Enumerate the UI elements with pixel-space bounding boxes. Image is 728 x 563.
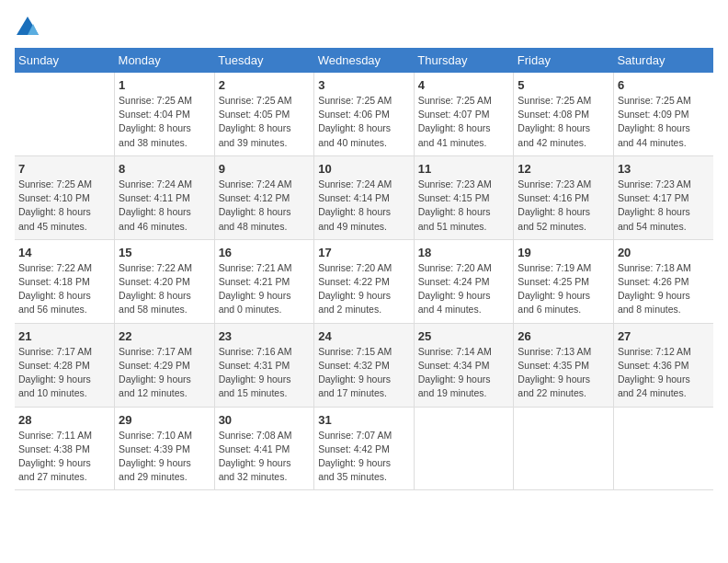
day-info: Sunrise: 7:21 AMSunset: 4:21 PMDaylight:… <box>219 261 311 317</box>
calendar-cell: 19Sunrise: 7:19 AMSunset: 4:25 PMDayligh… <box>514 239 614 323</box>
day-info: Sunrise: 7:20 AMSunset: 4:24 PMDaylight:… <box>418 261 510 317</box>
day-info: Sunrise: 7:13 AMSunset: 4:35 PMDaylight:… <box>518 345 609 401</box>
day-number: 4 <box>418 78 510 92</box>
calendar-week-2: 7Sunrise: 7:25 AMSunset: 4:10 PMDaylight… <box>15 155 713 239</box>
weekday-header-tuesday: Tuesday <box>214 48 314 73</box>
day-number: 18 <box>418 246 510 259</box>
day-number: 5 <box>518 78 609 92</box>
day-info: Sunrise: 7:11 AMSunset: 4:38 PMDaylight:… <box>18 429 110 485</box>
day-number: 30 <box>219 413 311 427</box>
day-info: Sunrise: 7:14 AMSunset: 4:34 PMDaylight:… <box>418 345 510 401</box>
day-info: Sunrise: 7:25 AMSunset: 4:06 PMDaylight:… <box>318 94 410 150</box>
day-number: 12 <box>518 162 609 176</box>
day-number: 17 <box>318 246 410 259</box>
weekday-header-monday: Monday <box>115 48 215 73</box>
day-number: 13 <box>618 162 710 176</box>
day-number: 23 <box>219 329 311 343</box>
day-info: Sunrise: 7:12 AMSunset: 4:36 PMDaylight:… <box>618 345 710 401</box>
day-info: Sunrise: 7:25 AMSunset: 4:09 PMDaylight:… <box>618 94 710 150</box>
calendar-cell: 16Sunrise: 7:21 AMSunset: 4:21 PMDayligh… <box>214 239 314 323</box>
calendar-table: SundayMondayTuesdayWednesdayThursdayFrid… <box>15 48 713 490</box>
calendar-cell: 31Sunrise: 7:07 AMSunset: 4:42 PMDayligh… <box>314 407 415 490</box>
calendar-cell: 14Sunrise: 7:22 AMSunset: 4:18 PMDayligh… <box>15 239 115 323</box>
day-number: 10 <box>318 162 410 176</box>
calendar-cell <box>414 407 514 490</box>
day-info: Sunrise: 7:24 AMSunset: 4:12 PMDaylight:… <box>219 178 311 234</box>
calendar-cell: 24Sunrise: 7:15 AMSunset: 4:32 PMDayligh… <box>314 323 415 407</box>
day-number: 16 <box>219 246 311 259</box>
day-info: Sunrise: 7:25 AMSunset: 4:05 PMDaylight:… <box>219 94 311 150</box>
weekday-header-saturday: Saturday <box>613 48 713 73</box>
calendar-cell: 10Sunrise: 7:24 AMSunset: 4:14 PMDayligh… <box>314 155 415 239</box>
day-number: 22 <box>119 329 210 343</box>
day-info: Sunrise: 7:23 AMSunset: 4:16 PMDaylight:… <box>518 178 609 234</box>
day-info: Sunrise: 7:08 AMSunset: 4:41 PMDaylight:… <box>219 429 311 485</box>
logo-icon <box>15 15 40 40</box>
calendar-cell: 25Sunrise: 7:14 AMSunset: 4:34 PMDayligh… <box>414 323 514 407</box>
calendar-cell: 18Sunrise: 7:20 AMSunset: 4:24 PMDayligh… <box>414 239 514 323</box>
day-number: 29 <box>119 413 210 427</box>
day-info: Sunrise: 7:23 AMSunset: 4:17 PMDaylight:… <box>618 178 710 234</box>
day-info: Sunrise: 7:17 AMSunset: 4:29 PMDaylight:… <box>119 345 210 401</box>
day-number: 6 <box>618 78 710 92</box>
day-info: Sunrise: 7:19 AMSunset: 4:25 PMDaylight:… <box>518 261 609 317</box>
day-number: 21 <box>18 329 110 343</box>
day-number: 1 <box>119 78 210 92</box>
calendar-cell: 23Sunrise: 7:16 AMSunset: 4:31 PMDayligh… <box>214 323 314 407</box>
day-number: 14 <box>18 246 110 259</box>
calendar-cell: 7Sunrise: 7:25 AMSunset: 4:10 PMDaylight… <box>15 155 115 239</box>
calendar-cell: 9Sunrise: 7:24 AMSunset: 4:12 PMDaylight… <box>214 155 314 239</box>
day-number: 26 <box>518 329 609 343</box>
day-number: 25 <box>418 329 510 343</box>
day-info: Sunrise: 7:25 AMSunset: 4:07 PMDaylight:… <box>418 94 510 150</box>
weekday-header-sunday: Sunday <box>15 48 115 73</box>
day-number: 31 <box>318 413 410 427</box>
calendar-cell: 29Sunrise: 7:10 AMSunset: 4:39 PMDayligh… <box>115 407 215 490</box>
calendar-cell: 5Sunrise: 7:25 AMSunset: 4:08 PMDaylight… <box>514 73 614 155</box>
page-header <box>15 15 713 40</box>
weekday-header-wednesday: Wednesday <box>314 48 415 73</box>
day-info: Sunrise: 7:25 AMSunset: 4:10 PMDaylight:… <box>18 178 110 234</box>
day-number: 7 <box>18 162 110 176</box>
calendar-cell: 2Sunrise: 7:25 AMSunset: 4:05 PMDaylight… <box>214 73 314 155</box>
calendar-cell: 21Sunrise: 7:17 AMSunset: 4:28 PMDayligh… <box>15 323 115 407</box>
day-info: Sunrise: 7:24 AMSunset: 4:11 PMDaylight:… <box>119 178 210 234</box>
day-info: Sunrise: 7:24 AMSunset: 4:14 PMDaylight:… <box>318 178 410 234</box>
calendar-cell: 20Sunrise: 7:18 AMSunset: 4:26 PMDayligh… <box>613 239 713 323</box>
day-number: 15 <box>119 246 210 259</box>
weekday-header-thursday: Thursday <box>414 48 514 73</box>
day-number: 2 <box>219 78 311 92</box>
day-number: 28 <box>18 413 110 427</box>
calendar-week-1: 1Sunrise: 7:25 AMSunset: 4:04 PMDaylight… <box>15 73 713 155</box>
day-number: 24 <box>318 329 410 343</box>
weekday-header-row: SundayMondayTuesdayWednesdayThursdayFrid… <box>15 48 713 73</box>
day-info: Sunrise: 7:10 AMSunset: 4:39 PMDaylight:… <box>119 429 210 485</box>
calendar-cell: 22Sunrise: 7:17 AMSunset: 4:29 PMDayligh… <box>115 323 215 407</box>
day-info: Sunrise: 7:25 AMSunset: 4:04 PMDaylight:… <box>119 94 210 150</box>
calendar-cell: 13Sunrise: 7:23 AMSunset: 4:17 PMDayligh… <box>613 155 713 239</box>
calendar-cell <box>613 407 713 490</box>
day-number: 3 <box>318 78 410 92</box>
day-info: Sunrise: 7:20 AMSunset: 4:22 PMDaylight:… <box>318 261 410 317</box>
calendar-cell: 1Sunrise: 7:25 AMSunset: 4:04 PMDaylight… <box>115 73 215 155</box>
calendar-cell: 4Sunrise: 7:25 AMSunset: 4:07 PMDaylight… <box>414 73 514 155</box>
day-info: Sunrise: 7:07 AMSunset: 4:42 PMDaylight:… <box>318 429 410 485</box>
calendar-cell: 12Sunrise: 7:23 AMSunset: 4:16 PMDayligh… <box>514 155 614 239</box>
calendar-cell: 11Sunrise: 7:23 AMSunset: 4:15 PMDayligh… <box>414 155 514 239</box>
calendar-cell: 6Sunrise: 7:25 AMSunset: 4:09 PMDaylight… <box>613 73 713 155</box>
calendar-cell: 30Sunrise: 7:08 AMSunset: 4:41 PMDayligh… <box>214 407 314 490</box>
logo <box>15 15 44 40</box>
day-info: Sunrise: 7:22 AMSunset: 4:20 PMDaylight:… <box>119 261 210 317</box>
calendar-cell: 8Sunrise: 7:24 AMSunset: 4:11 PMDaylight… <box>115 155 215 239</box>
day-number: 19 <box>518 246 609 259</box>
day-info: Sunrise: 7:25 AMSunset: 4:08 PMDaylight:… <box>518 94 609 150</box>
calendar-week-5: 28Sunrise: 7:11 AMSunset: 4:38 PMDayligh… <box>15 407 713 490</box>
day-info: Sunrise: 7:15 AMSunset: 4:32 PMDaylight:… <box>318 345 410 401</box>
day-number: 9 <box>219 162 311 176</box>
day-info: Sunrise: 7:23 AMSunset: 4:15 PMDaylight:… <box>418 178 510 234</box>
calendar-cell <box>15 73 115 155</box>
weekday-header-friday: Friday <box>514 48 614 73</box>
calendar-body: 1Sunrise: 7:25 AMSunset: 4:04 PMDaylight… <box>15 73 713 490</box>
day-number: 8 <box>119 162 210 176</box>
day-number: 27 <box>618 329 710 343</box>
